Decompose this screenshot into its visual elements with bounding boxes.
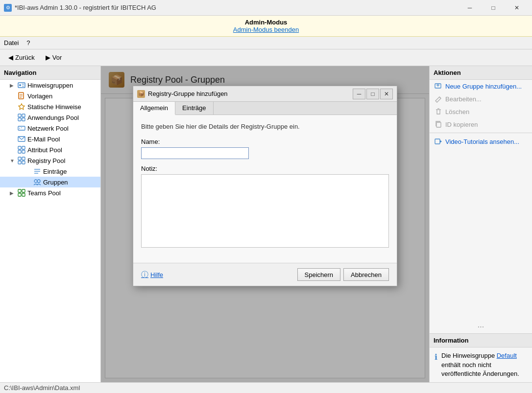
modal-overlay: 📦 Registry-Gruppe hinzufügen ─ □ ✕ Allge…: [101, 66, 429, 382]
sidebar-item-statische[interactable]: ▶ Statische Hinweise: [0, 101, 100, 112]
sidebar-item-attribut[interactable]: ▶ Attribut Pool: [0, 144, 100, 155]
svg-rect-24: [22, 161, 25, 164]
statische-label: Statische Hinweise: [27, 103, 97, 111]
help-link[interactable]: ⓘ Hilfe: [141, 270, 163, 279]
action-video-tutorials[interactable]: Video-Tutorials ansehen...: [430, 135, 532, 148]
sidebar-item-teams-pool[interactable]: ▶ Teams Pool: [0, 187, 100, 198]
maximize-button[interactable]: □: [482, 0, 505, 16]
registry-pool-icon: [18, 157, 25, 164]
bearbeiten-label: Bearbeiten...: [445, 95, 482, 103]
action-bearbeiten: Bearbeiten...: [430, 92, 532, 105]
svg-point-29: [37, 180, 40, 183]
tab-allgemein[interactable]: Allgemein: [133, 102, 175, 115]
attribut-icon: [18, 146, 25, 154]
attribut-label: Attribut Pool: [27, 146, 97, 154]
video-tutorials-label: Video-Tutorials ansehen...: [445, 138, 519, 145]
info-text: Die Hinweisgruppe Default enthält noch n…: [441, 351, 527, 378]
sidebar-item-netzwerk[interactable]: ▶ Netzwerk Pool: [0, 123, 100, 134]
svg-rect-40: [435, 139, 440, 144]
menu-help[interactable]: ?: [26, 39, 30, 46]
hinweisgruppen-icon: [18, 81, 25, 89]
info-text-after: enthält noch nicht veröffentlichte Änder…: [441, 361, 519, 377]
sidebar-item-eintraege[interactable]: ▶ Einträge: [0, 166, 100, 177]
menubar: Datei ?: [0, 37, 532, 49]
statische-icon: [18, 103, 25, 111]
back-button[interactable]: ◀ Zurück: [4, 52, 39, 63]
back-icon: ◀: [8, 54, 13, 61]
menu-datei[interactable]: Datei: [4, 39, 19, 46]
sidebar-item-email[interactable]: ▶ E-Mail Pool: [0, 134, 100, 144]
forward-button[interactable]: ▶ Vor: [41, 52, 67, 63]
information-header: Information: [430, 333, 532, 347]
dialog-titlebar: 📦 Registry-Gruppe hinzufügen ─ □ ✕: [133, 86, 397, 102]
cancel-button[interactable]: Abbrechen: [343, 268, 389, 281]
action-loeschen: Löschen: [430, 105, 532, 118]
svg-rect-11: [18, 118, 21, 121]
statusbar: C:\IBI-aws\Admin\Data.xml: [0, 382, 532, 393]
bearbeiten-icon: [435, 95, 442, 103]
sidebar-item-anwendungs[interactable]: ▶ Anwendungs Pool: [0, 112, 100, 123]
expand-arrow-t: ▶: [10, 190, 16, 196]
help-icon: ⓘ: [141, 270, 148, 279]
actions-header: Aktionen: [430, 66, 532, 80]
vorlagen-label: Vorlagen: [27, 92, 97, 100]
dialog: 📦 Registry-Gruppe hinzufügen ─ □ ✕ Allge…: [133, 86, 397, 286]
svg-rect-21: [18, 157, 21, 160]
dialog-title-left: 📦 Registry-Gruppe hinzufügen: [137, 90, 228, 98]
minimize-button[interactable]: ─: [459, 0, 481, 16]
info-default-link[interactable]: Default: [497, 352, 517, 359]
admin-mode-title: Admin-Modus: [0, 19, 532, 26]
svg-point-28: [34, 180, 37, 183]
video-icon: [435, 138, 442, 145]
dialog-maximize-button[interactable]: □: [366, 89, 379, 99]
admin-banner: Admin-Modus Admin-Modus beenden: [0, 16, 532, 37]
titlebar: ⚙ *IBI-aws Admin 1.30.0 - registriert fü…: [0, 0, 532, 16]
svg-rect-9: [18, 114, 21, 117]
svg-rect-32: [18, 193, 21, 196]
spacer: [430, 148, 532, 321]
action-neue-gruppe[interactable]: Neue Gruppe hinzufügen...: [430, 80, 532, 92]
info-icon: ℹ: [435, 352, 437, 378]
svg-rect-31: [22, 189, 25, 192]
svg-rect-39: [436, 122, 441, 127]
expand-arrow: ▶: [10, 83, 16, 88]
tab-eintraege[interactable]: Einträge: [175, 102, 213, 115]
dialog-close-button[interactable]: ✕: [380, 89, 393, 99]
registry-pool-label: Registry Pool: [27, 157, 97, 164]
sidebar-item-gruppen[interactable]: ▶ Gruppen: [0, 177, 100, 187]
eintraege-label: Einträge: [43, 168, 97, 175]
svg-rect-17: [18, 146, 21, 149]
sidebar-header: Navigation: [0, 66, 100, 80]
sidebar-item-hinweisgruppen[interactable]: ▶ Hinweisgruppen: [0, 80, 100, 91]
forward-label: Vor: [52, 54, 62, 61]
notiz-label: Notiz:: [141, 165, 389, 172]
loeschen-icon: [435, 108, 442, 116]
dialog-footer: ⓘ Hilfe Speichern Abbrechen: [133, 263, 397, 286]
dialog-minimize-button[interactable]: ─: [353, 89, 365, 99]
svg-point-1: [19, 84, 21, 86]
notiz-form-group: Notiz:: [141, 165, 389, 249]
dialog-icon: 📦: [137, 90, 145, 98]
admin-mode-deactivate-link[interactable]: Admin-Modus beenden: [0, 26, 532, 33]
id-kopieren-icon: [435, 120, 442, 128]
status-path: C:\IBI-aws\Admin\Data.xml: [4, 384, 80, 392]
anwendungs-label: Anwendungs Pool: [27, 114, 97, 121]
svg-rect-20: [22, 150, 25, 153]
sidebar-item-vorlagen[interactable]: ▶ Vorlagen: [0, 91, 100, 101]
email-label: E-Mail Pool: [27, 136, 97, 143]
svg-line-37: [439, 97, 441, 98]
dialog-controls: ─ □ ✕: [353, 89, 393, 99]
svg-marker-41: [440, 140, 442, 143]
gruppen-label: Gruppen: [43, 179, 97, 186]
save-button[interactable]: Speichern: [297, 268, 341, 281]
name-input[interactable]: [141, 147, 249, 159]
main-layout: Navigation ▶ Hinweisgruppen ▶ Vorlagen ▶…: [0, 66, 532, 382]
close-button[interactable]: ✕: [506, 0, 528, 16]
sidebar-item-registry-pool[interactable]: ▼ Registry Pool: [0, 155, 100, 166]
hinweisgruppen-label: Hinweisgruppen: [27, 82, 97, 89]
notiz-textarea[interactable]: [141, 174, 389, 248]
svg-marker-8: [19, 104, 24, 110]
actions-divider: [430, 133, 532, 133]
info-text-before: Die Hinweisgruppe: [441, 352, 497, 359]
app-icon: ⚙: [4, 4, 12, 12]
